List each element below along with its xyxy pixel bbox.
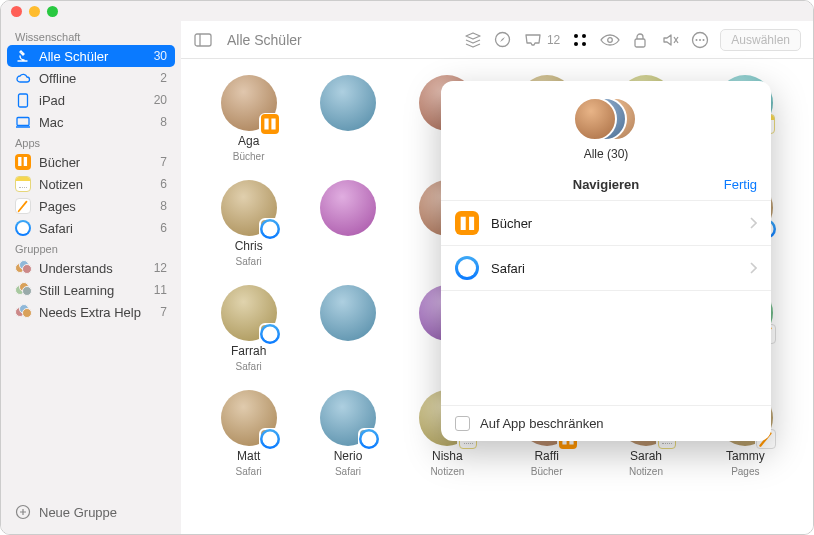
sidebar-item[interactable]: Notizen6 bbox=[1, 173, 181, 195]
popover-app-row[interactable]: Bücher bbox=[441, 201, 771, 246]
sidebar: Wissenschaft Alle Schüler30Offline2iPad2… bbox=[1, 21, 181, 534]
student-cell[interactable]: FarrahSafari bbox=[205, 285, 292, 372]
safari-icon bbox=[15, 220, 31, 236]
student-cell[interactable] bbox=[304, 180, 391, 267]
sidebar-item[interactable]: iPad20 bbox=[1, 89, 181, 111]
new-group-button[interactable]: Neue Gruppe bbox=[1, 496, 181, 528]
sidebar-item-label: Bücher bbox=[39, 155, 152, 170]
sidebar-item[interactable]: Pages8 bbox=[1, 195, 181, 217]
student-app: Safari bbox=[335, 466, 361, 477]
popover-footer: Auf App beschränken bbox=[441, 405, 771, 441]
svg-point-11 bbox=[608, 37, 613, 42]
more-icon[interactable] bbox=[690, 30, 710, 50]
avatar bbox=[221, 180, 277, 236]
avatar bbox=[320, 180, 376, 236]
student-cell[interactable]: NerioSafari bbox=[304, 390, 391, 477]
student-app: Safari bbox=[236, 466, 262, 477]
eye-icon[interactable] bbox=[600, 30, 620, 50]
student-name: Raffi bbox=[534, 449, 558, 463]
grid-icon[interactable] bbox=[570, 30, 590, 50]
student-name: Matt bbox=[237, 449, 260, 463]
select-button[interactable]: Auswählen bbox=[720, 29, 801, 51]
popover-header-avatars: Alle (30) bbox=[441, 81, 771, 169]
student-cell[interactable] bbox=[304, 75, 391, 162]
sidebar-item-label: Needs Extra Help bbox=[39, 305, 152, 320]
stack-icon[interactable] bbox=[463, 30, 483, 50]
toolbar: Alle Schüler 12 Auswählen bbox=[181, 21, 813, 59]
popover-app-label: Safari bbox=[491, 261, 737, 276]
books-icon bbox=[15, 154, 31, 170]
sidebar-item[interactable]: Alle Schüler30 bbox=[7, 45, 175, 67]
sidebar-item-count: 7 bbox=[160, 305, 167, 319]
sidebar-item-label: iPad bbox=[39, 93, 146, 108]
group-avatars-icon bbox=[15, 282, 31, 298]
student-name: Farrah bbox=[231, 344, 266, 358]
zoom-window-button[interactable] bbox=[47, 6, 58, 17]
pages-icon bbox=[15, 198, 31, 214]
avatar bbox=[320, 390, 376, 446]
sidebar-item[interactable]: Understands12 bbox=[1, 257, 181, 279]
safari-badge-icon bbox=[259, 218, 281, 240]
close-window-button[interactable] bbox=[11, 6, 22, 17]
sidebar-toggle-icon[interactable] bbox=[193, 30, 213, 50]
restrict-label: Auf App beschränken bbox=[480, 416, 604, 431]
sidebar-item[interactable]: Still Learning11 bbox=[1, 279, 181, 301]
student-cell[interactable]: MattSafari bbox=[205, 390, 292, 477]
sidebar-item-count: 2 bbox=[160, 71, 167, 85]
sidebar-item-count: 8 bbox=[160, 115, 167, 129]
inbox-icon[interactable] bbox=[523, 30, 543, 50]
avatar bbox=[320, 285, 376, 341]
popover-title-row: Navigieren Fertig bbox=[441, 169, 771, 201]
popover-app-row[interactable]: Safari bbox=[441, 246, 771, 291]
svg-point-14 bbox=[696, 39, 698, 41]
mute-icon[interactable] bbox=[660, 30, 680, 50]
sidebar-item-label: Safari bbox=[39, 221, 152, 236]
student-cell[interactable]: ChrisSafari bbox=[205, 180, 292, 267]
svg-point-16 bbox=[703, 39, 705, 41]
sidebar-item[interactable]: Safari6 bbox=[1, 217, 181, 239]
svg-rect-0 bbox=[19, 94, 28, 107]
sidebar-section-groups: Gruppen bbox=[1, 239, 181, 257]
compass-icon[interactable] bbox=[493, 30, 513, 50]
sidebar-section-class: Wissenschaft bbox=[1, 27, 181, 45]
restrict-checkbox[interactable] bbox=[455, 416, 470, 431]
sidebar-item-label: Mac bbox=[39, 115, 152, 130]
student-cell[interactable]: AgaBücher bbox=[205, 75, 292, 162]
sidebar-item-count: 7 bbox=[160, 155, 167, 169]
plus-circle-icon bbox=[15, 504, 31, 520]
sidebar-item[interactable]: Needs Extra Help7 bbox=[1, 301, 181, 323]
sidebar-item-label: Offline bbox=[39, 71, 152, 86]
svg-rect-12 bbox=[635, 39, 645, 47]
chevron-right-icon bbox=[749, 262, 757, 274]
mac-icon bbox=[15, 114, 31, 130]
student-app: Notizen bbox=[629, 466, 663, 477]
lock-icon[interactable] bbox=[630, 30, 650, 50]
sidebar-item-count: 20 bbox=[154, 93, 167, 107]
svg-rect-4 bbox=[195, 34, 211, 46]
sidebar-item-count: 12 bbox=[154, 261, 167, 275]
student-name: Nerio bbox=[334, 449, 363, 463]
svg-rect-1 bbox=[17, 118, 29, 126]
student-app: Bücher bbox=[531, 466, 563, 477]
done-button[interactable]: Fertig bbox=[724, 177, 757, 192]
minimize-window-button[interactable] bbox=[29, 6, 40, 17]
sidebar-item[interactable]: Mac8 bbox=[1, 111, 181, 133]
svg-point-15 bbox=[699, 39, 701, 41]
sidebar-item-label: Still Learning bbox=[39, 283, 146, 298]
safari-badge-icon bbox=[358, 428, 380, 450]
safari-badge-icon bbox=[259, 323, 281, 345]
student-name: Sarah bbox=[630, 449, 662, 463]
student-cell[interactable] bbox=[304, 285, 391, 372]
notes-icon bbox=[15, 176, 31, 192]
sidebar-item[interactable]: Bücher7 bbox=[1, 151, 181, 173]
student-name: Chris bbox=[235, 239, 263, 253]
student-name: Nisha bbox=[432, 449, 463, 463]
avatar bbox=[221, 390, 277, 446]
student-app: Pages bbox=[731, 466, 759, 477]
sidebar-item[interactable]: Offline2 bbox=[1, 67, 181, 89]
popover-app-label: Bücher bbox=[491, 216, 737, 231]
student-name: Aga bbox=[238, 134, 259, 148]
inbox-count: 12 bbox=[547, 33, 560, 47]
group-avatars-icon bbox=[15, 304, 31, 320]
avatar bbox=[221, 285, 277, 341]
